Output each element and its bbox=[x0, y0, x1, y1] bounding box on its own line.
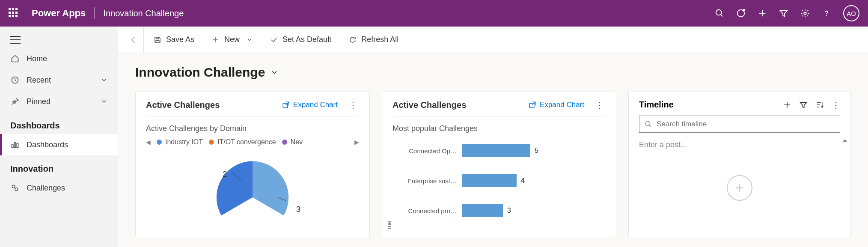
back-button[interactable] bbox=[123, 27, 144, 53]
y-axis-line bbox=[462, 146, 462, 220]
chart-legend: ◀ Industry IOT IT/OT convergence Nev bbox=[146, 138, 359, 146]
legend-item[interactable]: Nev bbox=[282, 138, 303, 146]
svg-point-5 bbox=[804, 12, 806, 15]
nav-label: Dashboards bbox=[27, 140, 68, 149]
sidebar-section-innovation: Innovation bbox=[0, 155, 118, 177]
help-icon[interactable] bbox=[822, 9, 831, 18]
bar-row[interactable]: Connected pro… 3 bbox=[392, 202, 606, 220]
cmd-label: Save As bbox=[166, 35, 194, 44]
active-challenges-bar-card: Active Challenges Expand Chart ⋮ Most po… bbox=[382, 92, 616, 237]
svg-line-25 bbox=[649, 125, 651, 127]
timeline-card: Timeline ⋮ bbox=[628, 92, 851, 237]
add-icon[interactable] bbox=[758, 9, 767, 18]
expand-chart-link[interactable]: Expand Chart bbox=[282, 101, 338, 109]
nav-label: Pinned bbox=[27, 97, 51, 106]
nav-label: Home bbox=[27, 54, 47, 63]
nav-home[interactable]: Home bbox=[0, 48, 118, 69]
cmd-label: New bbox=[224, 35, 240, 44]
task-icon[interactable] bbox=[736, 9, 746, 18]
legend-dot bbox=[282, 140, 287, 145]
legend-item[interactable]: IT/OT convergence bbox=[209, 138, 276, 146]
command-bar: Save As New Set As Default bbox=[118, 27, 868, 53]
timeline-title: Timeline bbox=[639, 100, 775, 110]
plus-icon bbox=[211, 36, 220, 44]
timeline-search-input[interactable] bbox=[657, 120, 835, 128]
nav-label: Recent bbox=[27, 76, 51, 85]
timeline-add-post-button[interactable] bbox=[727, 175, 752, 201]
timeline-sort-icon[interactable] bbox=[815, 101, 824, 109]
legend-dot bbox=[209, 140, 214, 145]
refresh-button[interactable]: Refresh All bbox=[341, 27, 406, 53]
user-avatar[interactable]: AO bbox=[843, 5, 859, 21]
nav-dashboards[interactable]: Dashboards bbox=[0, 134, 118, 155]
main-content: Save As New Set As Default bbox=[118, 27, 868, 247]
bar-value: 3 bbox=[507, 207, 511, 214]
legend-label: Nev bbox=[291, 138, 303, 146]
dashboard-icon bbox=[10, 140, 20, 149]
chevron-down-icon bbox=[101, 98, 107, 105]
svg-rect-8 bbox=[12, 145, 13, 148]
timeline-more-icon[interactable]: ⋮ bbox=[832, 101, 840, 109]
bar-value: 5 bbox=[535, 147, 538, 155]
bar-fill bbox=[462, 204, 503, 217]
bar-label: Connected Op… bbox=[392, 147, 457, 155]
chevron-down-icon bbox=[101, 77, 107, 83]
card-title: Active Challenges bbox=[392, 100, 466, 110]
pie-slice[interactable] bbox=[253, 161, 288, 215]
chevron-down-icon bbox=[270, 68, 279, 77]
legend-next-icon[interactable]: ▶ bbox=[354, 139, 359, 146]
filter-icon[interactable] bbox=[779, 9, 788, 18]
nav-pinned[interactable]: Pinned bbox=[0, 91, 118, 112]
card-more-icon[interactable]: ⋮ bbox=[594, 100, 606, 110]
svg-line-1 bbox=[721, 15, 723, 17]
bar-label: Connected pro… bbox=[392, 207, 457, 214]
refresh-icon bbox=[348, 36, 357, 44]
new-button[interactable]: New bbox=[204, 27, 260, 53]
timeline-post-prompt[interactable]: Enter a post... bbox=[639, 140, 840, 149]
legend-label: Industry IOT bbox=[165, 138, 203, 146]
save-as-button[interactable]: Save As bbox=[146, 27, 202, 53]
bar-fill bbox=[462, 144, 530, 157]
card-title: Active Challenges bbox=[146, 100, 220, 110]
global-header: Power Apps Innovation Challenge AO bbox=[0, 0, 868, 27]
timeline-scrollbar[interactable] bbox=[843, 139, 848, 232]
header-divider bbox=[94, 7, 95, 19]
svg-point-6 bbox=[826, 15, 827, 16]
expand-label: Expand Chart bbox=[293, 101, 338, 109]
pie-slice[interactable] bbox=[217, 161, 253, 215]
expand-label: Expand Chart bbox=[540, 101, 584, 109]
y-axis-label: me bbox=[386, 221, 392, 229]
legend-item[interactable]: Industry IOT bbox=[157, 138, 203, 146]
set-default-button[interactable]: Set As Default bbox=[262, 27, 339, 53]
legend-prev-icon[interactable]: ◀ bbox=[146, 139, 151, 146]
nav-label: Challenges bbox=[27, 184, 65, 193]
chart-subtitle: Active Challenges by Domain bbox=[146, 124, 359, 133]
home-icon bbox=[10, 54, 20, 63]
nav-recent[interactable]: Recent bbox=[0, 69, 118, 91]
card-more-icon[interactable]: ⋮ bbox=[347, 100, 359, 110]
legend-dot bbox=[157, 140, 162, 145]
nav-challenges[interactable]: Challenges bbox=[0, 177, 118, 199]
page-title-selector[interactable]: Innovation Challenge bbox=[135, 65, 851, 80]
bar-label: Enterprise sust… bbox=[392, 177, 457, 185]
pie-label: 3 bbox=[296, 205, 300, 214]
bar-row[interactable]: Connected Op… 5 bbox=[392, 142, 606, 160]
timeline-add-icon[interactable] bbox=[783, 101, 791, 109]
svg-point-24 bbox=[645, 121, 650, 126]
search-icon[interactable] bbox=[715, 9, 724, 18]
bar-row[interactable]: Enterprise sust… 4 bbox=[392, 172, 606, 190]
sidebar-toggle[interactable] bbox=[0, 32, 118, 48]
expand-chart-link[interactable]: Expand Chart bbox=[529, 101, 584, 109]
chart-subtitle: Most popular Challenges bbox=[392, 124, 606, 133]
sidebar: Home Recent Pinned Dashboards Da bbox=[0, 27, 118, 247]
scroll-up-arrow-icon bbox=[843, 139, 847, 142]
active-challenges-pie-card: Active Challenges Expand Chart ⋮ Active … bbox=[135, 92, 370, 237]
sidebar-section-dashboards: Dashboards bbox=[0, 112, 118, 134]
bar-fill bbox=[462, 174, 517, 187]
app-title: Power Apps bbox=[32, 8, 86, 19]
timeline-filter-icon[interactable] bbox=[799, 101, 808, 109]
app-launcher-icon[interactable] bbox=[9, 8, 19, 18]
bar-value: 4 bbox=[521, 177, 525, 185]
settings-icon[interactable] bbox=[800, 9, 810, 18]
timeline-search[interactable] bbox=[639, 116, 840, 133]
